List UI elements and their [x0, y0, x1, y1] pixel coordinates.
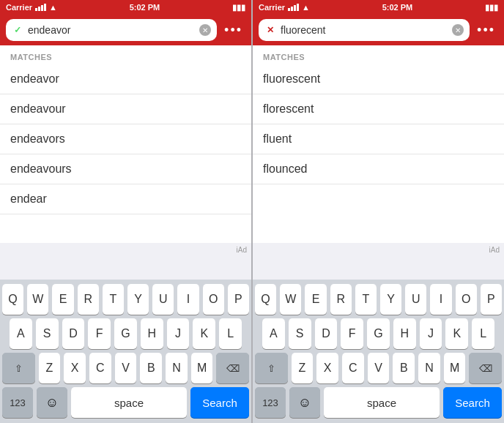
- space-key-right[interactable]: space: [324, 387, 440, 418]
- status-left: Carrier ▲: [6, 3, 57, 12]
- clear-button-left[interactable]: ✕: [199, 24, 211, 36]
- key-r-r[interactable]: R: [330, 284, 352, 315]
- key-n-r[interactable]: N: [418, 353, 440, 383]
- signal-bar-r4: [297, 4, 299, 11]
- key-h[interactable]: H: [141, 318, 163, 349]
- key-w[interactable]: W: [27, 284, 48, 315]
- search-input-wrapper-right[interactable]: ✕ ✕: [259, 19, 470, 41]
- key-d[interactable]: D: [62, 318, 85, 349]
- status-bar-right: Carrier ▲ 5:02 PM ▮▮▮: [253, 0, 504, 15]
- key-i-r[interactable]: I: [430, 284, 451, 315]
- key-c-r[interactable]: C: [342, 353, 364, 383]
- clear-button-right[interactable]: ✕: [452, 24, 464, 36]
- key-l[interactable]: L: [219, 318, 242, 349]
- key-a-r[interactable]: A: [262, 318, 285, 349]
- num-key-right[interactable]: 123: [255, 387, 286, 418]
- key-t-r[interactable]: T: [355, 284, 377, 315]
- list-item[interactable]: endeavors: [0, 124, 251, 154]
- time-display-r: 5:02 PM: [382, 3, 413, 12]
- list-item[interactable]: endeavor: [0, 64, 251, 94]
- key-y[interactable]: Y: [127, 284, 149, 315]
- signal-bars: [35, 4, 46, 11]
- key-j[interactable]: J: [167, 318, 190, 349]
- search-input-right[interactable]: [281, 24, 448, 36]
- key-l-r[interactable]: L: [472, 318, 494, 349]
- key-z-r[interactable]: Z: [292, 353, 314, 383]
- key-t[interactable]: T: [103, 284, 124, 315]
- keyboard-right: Q W E R T Y U I O P A S D F G H J K L ⇧ …: [253, 280, 504, 423]
- delete-key-left[interactable]: ⌫: [216, 353, 249, 383]
- shift-key-left[interactable]: ⇧: [2, 353, 35, 383]
- key-q[interactable]: Q: [2, 284, 23, 315]
- key-o-r[interactable]: O: [456, 284, 477, 315]
- key-p-r[interactable]: P: [481, 284, 502, 315]
- key-u-r[interactable]: U: [405, 284, 426, 315]
- key-b[interactable]: B: [140, 353, 162, 383]
- key-g[interactable]: G: [114, 318, 137, 349]
- matches-section-right: MATCHES fluorescent florescent fluent fl…: [253, 45, 504, 243]
- signal-bar-4: [44, 4, 46, 11]
- ad-area-right: iAd: [253, 243, 504, 280]
- signal-bar-3: [41, 5, 43, 11]
- shift-key-right[interactable]: ⇧: [255, 353, 288, 383]
- key-r[interactable]: R: [78, 284, 99, 315]
- search-input-wrapper-left[interactable]: ✓ ✕: [6, 19, 217, 41]
- key-u[interactable]: U: [152, 284, 174, 315]
- key-f-r[interactable]: F: [341, 318, 363, 349]
- matches-section-left: MATCHES endeavor endeavour endeavors end…: [0, 45, 251, 243]
- wifi-icon: ▲: [49, 3, 57, 12]
- key-row-2-left: A S D F G H J K L: [2, 318, 249, 349]
- key-m[interactable]: M: [191, 353, 213, 383]
- key-c[interactable]: C: [89, 353, 111, 383]
- ad-label-left: iAd: [237, 246, 247, 254]
- key-z[interactable]: Z: [39, 353, 61, 383]
- key-b-r[interactable]: B: [393, 353, 415, 383]
- key-e-r[interactable]: E: [305, 284, 326, 315]
- space-key-left[interactable]: space: [71, 387, 187, 418]
- list-item[interactable]: endear: [0, 184, 251, 214]
- num-key-left[interactable]: 123: [2, 387, 33, 418]
- key-y-r[interactable]: Y: [380, 284, 401, 315]
- key-x[interactable]: X: [64, 353, 86, 383]
- key-n[interactable]: N: [166, 353, 188, 383]
- search-button-right[interactable]: Search: [443, 387, 502, 418]
- key-j-r[interactable]: J: [420, 318, 442, 349]
- battery-icon-r: ▮▮▮: [485, 3, 498, 12]
- key-g-r[interactable]: G: [367, 318, 390, 349]
- key-f[interactable]: F: [88, 318, 111, 349]
- key-i[interactable]: I: [177, 284, 199, 315]
- key-v[interactable]: V: [115, 353, 137, 383]
- list-item[interactable]: fluorescent: [253, 64, 504, 94]
- key-o[interactable]: O: [203, 284, 224, 315]
- list-item[interactable]: florescent: [253, 94, 504, 124]
- list-item[interactable]: endeavour: [0, 94, 251, 124]
- more-button-right[interactable]: •••: [474, 21, 498, 40]
- more-button-left[interactable]: •••: [221, 21, 245, 40]
- key-d-r[interactable]: D: [315, 318, 338, 349]
- key-h-r[interactable]: H: [393, 318, 416, 349]
- signal-bar-1: [35, 8, 37, 11]
- key-s-r[interactable]: S: [289, 318, 311, 349]
- delete-key-right[interactable]: ⌫: [469, 353, 502, 383]
- search-input-left[interactable]: [28, 24, 195, 36]
- emoji-key-left[interactable]: ☺: [37, 387, 67, 418]
- key-x-r[interactable]: X: [316, 353, 338, 383]
- matches-label-right: MATCHES: [253, 45, 504, 64]
- list-item[interactable]: fluent: [253, 124, 504, 154]
- key-k[interactable]: K: [193, 318, 215, 349]
- key-w-r[interactable]: W: [280, 284, 301, 315]
- signal-bars-r: [288, 4, 299, 11]
- search-button-left[interactable]: Search: [190, 387, 249, 418]
- key-e[interactable]: E: [52, 284, 73, 315]
- key-a[interactable]: A: [10, 318, 32, 349]
- key-q-r[interactable]: Q: [255, 284, 276, 315]
- key-k-r[interactable]: K: [445, 318, 468, 349]
- key-s[interactable]: S: [36, 318, 59, 349]
- key-v-r[interactable]: V: [368, 353, 390, 383]
- status-bar-left: Carrier ▲ 5:02 PM ▮▮▮: [0, 0, 251, 15]
- list-item[interactable]: flounced: [253, 154, 504, 184]
- key-m-r[interactable]: M: [444, 353, 466, 383]
- key-p[interactable]: P: [228, 284, 249, 315]
- emoji-key-right[interactable]: ☺: [289, 387, 320, 418]
- list-item[interactable]: endeavours: [0, 154, 251, 184]
